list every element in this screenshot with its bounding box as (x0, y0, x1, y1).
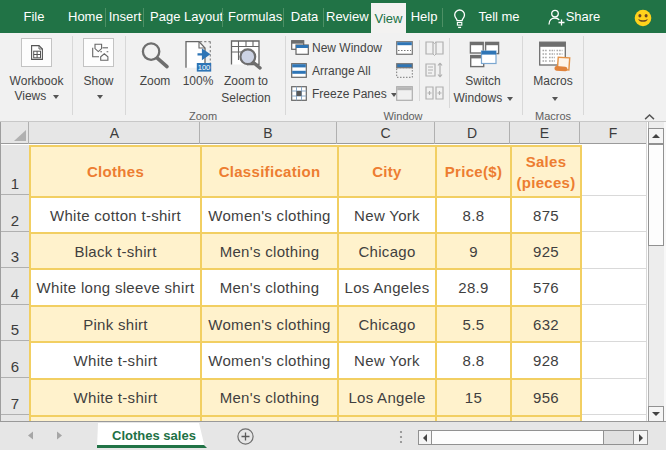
svg-text:100: 100 (198, 63, 211, 72)
